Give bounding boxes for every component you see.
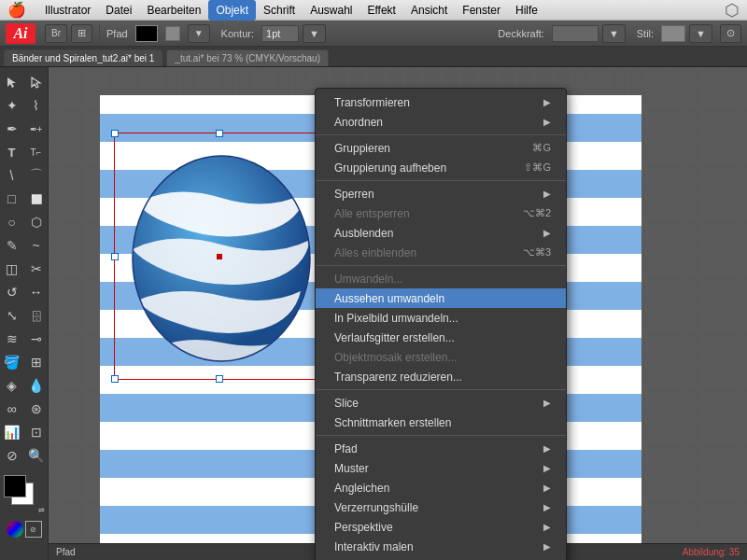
opacity-extra-btn[interactable]: ⊙ (720, 24, 741, 43)
menu-objekt[interactable]: Objekt (208, 0, 256, 21)
symbol-tool[interactable]: ⊛ (25, 398, 48, 420)
magic-wand-tool[interactable]: ✦ (1, 94, 23, 117)
rect-tool[interactable]: □ (1, 188, 23, 210)
rotate-tool[interactable]: ↺ (1, 281, 23, 303)
pencil-tool[interactable]: ✎ (1, 234, 23, 257)
artboard-tool[interactable]: ⊡ (25, 421, 48, 443)
mesh-tool[interactable]: ⊞ (25, 351, 48, 373)
menu-effekt[interactable]: Effekt (359, 0, 402, 21)
sep-2 (316, 180, 566, 181)
stroke-options-btn[interactable]: ▼ (188, 24, 210, 43)
menu-slice[interactable]: Slice ▶ (316, 393, 566, 413)
reflect-tool[interactable]: ↔ (25, 281, 48, 303)
menu-muster[interactable]: Muster ▶ (316, 458, 566, 478)
menu-ungroup[interactable]: Gruppierung aufheben ⇧⌘G (316, 158, 566, 177)
eyedropper-tool[interactable]: 💧 (25, 374, 48, 397)
menu-auswahl[interactable]: Auswahl (303, 0, 359, 21)
deckkraft-arrow-btn[interactable]: ▼ (602, 24, 626, 43)
menu-umwandeln[interactable]: Umwandeln... (316, 269, 566, 288)
menu-fenster[interactable]: Fenster (455, 0, 508, 21)
file-tab-1[interactable]: Bänder und Spiralen_tut2.ai* bei 1 (4, 49, 162, 66)
menu-bearbeiten[interactable]: Bearbeiten (139, 0, 208, 21)
stil-arrow-btn[interactable]: ▼ (689, 24, 712, 43)
none-fill-btn[interactable]: ⊘ (25, 521, 42, 538)
kontur-input[interactable] (261, 25, 299, 42)
warp-tool[interactable]: ≋ (1, 328, 23, 350)
apple-menu[interactable]: 🍎 (7, 1, 26, 19)
svg-marker-1 (32, 77, 40, 88)
toolbar-grid-btn[interactable]: ⊞ (71, 24, 92, 43)
menu-verlaufsgitter[interactable]: Verlaufsgitter erstellen... (316, 328, 566, 347)
file-tab-2[interactable]: _tut.ai* bei 73 % (CMYK/Vorschau) (166, 49, 329, 66)
menu-alle-entsperren-shortcut: ⌥⌘2 (523, 207, 551, 219)
canvas-area[interactable]: Pfad Abbildung: 35 Transformieren ▶ Anor… (49, 67, 747, 560)
gradient-tool[interactable]: ◈ (1, 374, 23, 397)
width-tool[interactable]: ⊸ (25, 328, 48, 350)
graph-tool[interactable]: 📊 (1, 421, 23, 443)
deckkraft-input[interactable]: 100% (552, 25, 599, 42)
menu-verzerrung[interactable]: Verzerrungshülle ▶ (316, 497, 566, 517)
add-anchor-tool[interactable]: ✒+ (25, 118, 48, 140)
stil-swatch[interactable] (661, 25, 685, 42)
menu-anordnen[interactable]: Anordnen ▶ (316, 112, 566, 132)
ellipse-tool[interactable]: ○ (1, 211, 23, 233)
polygon-tool[interactable]: ⬡ (25, 211, 48, 233)
menu-verlaufsgitter-label: Verlaufsgitter erstellen... (334, 331, 455, 344)
eraser-tool[interactable]: ◫ (1, 258, 23, 280)
menu-transformieren[interactable]: Transformieren ▶ (316, 92, 566, 112)
stroke-swatch[interactable] (165, 26, 180, 41)
menu-hilfe[interactable]: Hilfe (508, 0, 545, 21)
menu-pfad[interactable]: Pfad ▶ (316, 439, 566, 458)
line-tool[interactable]: \ (1, 164, 23, 187)
toolbar-arrange-btn[interactable]: Br (45, 24, 67, 43)
blend-tool[interactable]: ∞ (1, 398, 23, 420)
menu-sperren[interactable]: Sperren ▶ (316, 184, 566, 203)
pen-tool[interactable]: ✒ (1, 118, 23, 140)
menu-bildnachzeichner[interactable]: Bildnachzeichner ▶ (316, 556, 566, 560)
menu-datei[interactable]: Datei (98, 0, 139, 21)
swap-colors-icon[interactable]: ⇄ (38, 506, 45, 514)
fill-color-swatch[interactable] (135, 25, 158, 42)
type-tool[interactable]: T (1, 141, 23, 163)
stil-label: Stil: (637, 28, 654, 39)
menu-interaktiv[interactable]: Interaktiv malen ▶ (316, 537, 566, 556)
scissors-tool[interactable]: ✂ (25, 258, 48, 280)
menu-angleichen[interactable]: Angleichen ▶ (316, 478, 566, 497)
kontur-arrow-btn[interactable]: ▼ (303, 24, 326, 43)
fill-tool[interactable]: 🪣 (1, 351, 23, 373)
menu-schnittmarken[interactable]: Schnittmarken erstellen (316, 413, 566, 432)
menu-alles-einblenden-shortcut: ⌥⌘3 (523, 246, 551, 259)
menu-aussehen-umwandeln-label: Aussehen umwandeln (334, 292, 444, 305)
menu-pfad-label: Pfad (334, 442, 358, 455)
direct-select-tool[interactable] (25, 71, 48, 93)
rounded-rect-tool[interactable]: ⬜ (25, 188, 48, 210)
deckkraft-label: Deckkraft: (498, 28, 544, 39)
menu-perspektive[interactable]: Perspektive ▶ (316, 517, 566, 537)
menu-alle-entsperren[interactable]: Alle entsperren ⌥⌘2 (316, 203, 566, 223)
lasso-tool[interactable]: ⌇ (25, 94, 48, 117)
area-type-tool[interactable]: T⌐ (25, 141, 48, 163)
shear-tool[interactable]: ⌹ (25, 304, 48, 327)
menu-ausblenden[interactable]: Ausblenden ▶ (316, 223, 566, 243)
menu-illustrator[interactable]: Illustrator (37, 0, 98, 21)
svg-marker-0 (7, 77, 16, 88)
menu-alles-einblenden[interactable]: Alles einblenden ⌥⌘3 (316, 243, 566, 262)
menu-pixelbild[interactable]: In Pixelbild umwandeln... (316, 308, 566, 328)
zoom-tool[interactable]: 🔍 (25, 444, 48, 467)
arc-tool[interactable]: ⌒ (25, 164, 48, 187)
menu-ansicht[interactable]: Ansicht (403, 0, 455, 21)
slice-tool[interactable]: ⊘ (1, 444, 23, 467)
menu-ungroup-label: Gruppierung aufheben (334, 161, 446, 175)
menu-schrift[interactable]: Schrift (256, 0, 303, 21)
menu-gruppieren[interactable]: Gruppieren ⌘G (316, 138, 566, 158)
menu-transparenz[interactable]: Transparenz reduzieren... (316, 367, 566, 386)
globe-artwork (119, 137, 324, 380)
tool-row-14: ◈ 💧 (1, 374, 48, 397)
color-mode-btn[interactable] (7, 521, 23, 538)
fg-color-box[interactable] (4, 475, 26, 497)
select-tool[interactable] (1, 71, 23, 93)
menu-objektmosaik[interactable]: Objektmosaik erstellen... (316, 347, 566, 367)
smooth-tool[interactable]: ~ (25, 234, 48, 257)
scale-tool[interactable]: ⤡ (1, 304, 23, 327)
menu-aussehen-umwandeln[interactable]: Aussehen umwandeln (316, 288, 566, 308)
